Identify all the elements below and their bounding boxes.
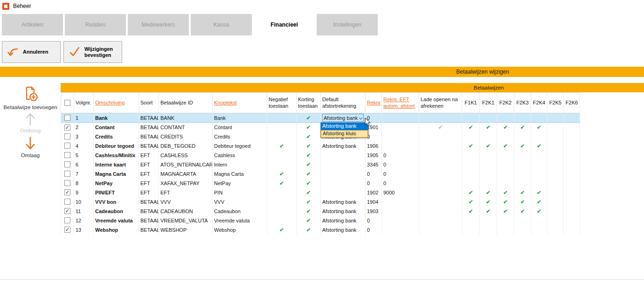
- cell-f1k1[interactable]: [462, 179, 480, 188]
- cell-f2k3[interactable]: ✔: [514, 197, 531, 207]
- cell-reknr[interactable]: 0: [366, 225, 382, 235]
- cell-f1k1[interactable]: [462, 132, 480, 141]
- cell-lade-openen[interactable]: [419, 179, 462, 188]
- cell-f2k1[interactable]: ✔: [480, 197, 497, 207]
- tab-medewerkers[interactable]: Medewerkers: [128, 14, 189, 35]
- cell-reknr-eft[interactable]: [382, 113, 419, 123]
- tab-financieel[interactable]: Financieel: [254, 14, 315, 35]
- cell-f1k1[interactable]: ✔: [462, 188, 480, 197]
- cell-knoptekst[interactable]: Credits: [213, 132, 267, 141]
- row-checkbox[interactable]: ✓: [64, 125, 70, 131]
- cell-reknr-eft[interactable]: 0: [382, 169, 419, 179]
- cell-reknr-eft[interactable]: [382, 225, 419, 235]
- cell-f2k3[interactable]: ✔: [514, 188, 531, 197]
- cell-f2k2[interactable]: ✔: [497, 141, 514, 151]
- cell-f2k4[interactable]: [531, 160, 547, 169]
- cell-knoptekst[interactable]: NetPay: [213, 179, 267, 188]
- cell-knoptekst[interactable]: VVV: [213, 197, 267, 207]
- cell-f2k6[interactable]: [564, 132, 580, 141]
- cell-omschrijving[interactable]: Magna Carta: [94, 169, 139, 179]
- cell-f2k6[interactable]: [564, 216, 580, 225]
- cell-negatief-toestaan[interactable]: [267, 160, 297, 169]
- cell-reknr-eft[interactable]: [382, 207, 419, 216]
- cell-f2k4[interactable]: [531, 179, 547, 188]
- cell-f2k2[interactable]: [497, 179, 514, 188]
- cell-f2k4[interactable]: ✔: [531, 123, 547, 132]
- cell-default-afstortrekening[interactable]: [321, 188, 366, 197]
- cell-f1k1[interactable]: [462, 151, 480, 160]
- cell-knoptekst[interactable]: Bank: [213, 113, 267, 123]
- cell-f2k3[interactable]: [514, 113, 531, 123]
- cell-lade-openen[interactable]: [419, 197, 462, 207]
- cell-f2k5[interactable]: [547, 169, 564, 179]
- cell-f2k5[interactable]: [547, 132, 564, 141]
- cell-reknr[interactable]: 0: [366, 179, 382, 188]
- cell-lade-openen[interactable]: [419, 188, 462, 197]
- cell-lade-openen[interactable]: [419, 151, 462, 160]
- cell-lade-openen[interactable]: ✔: [419, 123, 462, 132]
- column-header-knoptekst[interactable]: Knoptekst: [213, 93, 267, 113]
- cell-f1k1[interactable]: [462, 160, 480, 169]
- cell-reknr-eft[interactable]: 0: [382, 151, 419, 160]
- cell-f2k3[interactable]: [514, 132, 531, 141]
- cell-f2k1[interactable]: [480, 169, 497, 179]
- cell-lade-openen[interactable]: [419, 207, 462, 216]
- cell-reknr-eft[interactable]: 0: [382, 179, 419, 188]
- cell-negatief-toestaan[interactable]: ✔: [267, 179, 297, 188]
- cell-omschrijving[interactable]: Bank: [94, 113, 139, 123]
- cell-lade-openen[interactable]: [419, 225, 462, 235]
- dropdown-option[interactable]: Afstorting bank: [321, 123, 368, 130]
- cell-f2k2[interactable]: [497, 225, 514, 235]
- cell-lade-openen[interactable]: [419, 132, 462, 141]
- cell-f2k2[interactable]: [497, 160, 514, 169]
- cell-korting-toestaan[interactable]: ✔: [297, 179, 321, 188]
- cell-reknr-eft[interactable]: [382, 216, 419, 225]
- cell-omschrijving[interactable]: PIN/EFT: [94, 188, 139, 197]
- cell-knoptekst[interactable]: Magna Carta: [213, 169, 267, 179]
- cell-f2k1[interactable]: [480, 225, 497, 235]
- cell-f2k4[interactable]: [531, 151, 547, 160]
- cell-f2k4[interactable]: [531, 132, 547, 141]
- cell-knoptekst[interactable]: Cadeaubon: [213, 207, 267, 216]
- row-checkbox[interactable]: [64, 115, 70, 121]
- cell-knoptekst[interactable]: Vreemde valuta: [213, 216, 267, 225]
- cell-f1k1[interactable]: [462, 113, 480, 123]
- cell-f2k4[interactable]: [531, 225, 547, 235]
- cell-default-afstortrekening[interactable]: Afstorting bank: [321, 141, 366, 151]
- cell-f2k6[interactable]: [564, 225, 580, 235]
- cell-omschrijving[interactable]: Vreemde valuta: [94, 216, 139, 225]
- cell-f2k2[interactable]: ✔: [497, 123, 514, 132]
- cell-negatief-toestaan[interactable]: [267, 151, 297, 160]
- cell-f2k1[interactable]: [480, 216, 497, 225]
- cell-f1k1[interactable]: ✔: [462, 207, 480, 216]
- tab-relaties[interactable]: Relaties: [65, 14, 126, 35]
- cell-reknr-eft[interactable]: 9000: [382, 188, 419, 197]
- cell-negatief-toestaan[interactable]: [267, 132, 297, 141]
- cell-f2k1[interactable]: ✔: [480, 141, 497, 151]
- cancel-button[interactable]: Annuleren: [2, 41, 61, 63]
- cell-default-afstortrekening[interactable]: [321, 169, 366, 179]
- dropdown-option[interactable]: Afstorting kluis: [321, 130, 368, 138]
- cell-korting-toestaan[interactable]: ✔: [297, 197, 321, 207]
- cell-lade-openen[interactable]: [419, 169, 462, 179]
- cell-f2k6[interactable]: [564, 179, 580, 188]
- column-header-reknr[interactable]: Reknr: [366, 93, 382, 113]
- cell-f2k1[interactable]: [480, 179, 497, 188]
- cell-korting-toestaan[interactable]: ✔: [297, 225, 321, 235]
- tab-instellingen[interactable]: Instellingen: [317, 14, 378, 35]
- cell-korting-toestaan[interactable]: ✔: [297, 169, 321, 179]
- cell-f2k4[interactable]: ✔: [531, 188, 547, 197]
- row-checkbox[interactable]: [64, 217, 70, 223]
- cell-f2k5[interactable]: [547, 207, 564, 216]
- cell-reknr[interactable]: 1903: [366, 207, 382, 216]
- cell-f2k3[interactable]: [514, 216, 531, 225]
- cell-omschrijving[interactable]: Cashless/Minitix: [94, 151, 139, 160]
- cell-f2k6[interactable]: [564, 113, 580, 123]
- cell-korting-toestaan[interactable]: ✔: [297, 207, 321, 216]
- cell-negatief-toestaan[interactable]: [267, 216, 297, 225]
- cell-f2k2[interactable]: ✔: [497, 188, 514, 197]
- tab-kassa[interactable]: Kassa: [191, 14, 252, 35]
- cell-negatief-toestaan[interactable]: ✔: [267, 141, 297, 151]
- cell-knoptekst[interactable]: Debiteur tegoed: [213, 141, 267, 151]
- cell-f2k6[interactable]: [564, 123, 580, 132]
